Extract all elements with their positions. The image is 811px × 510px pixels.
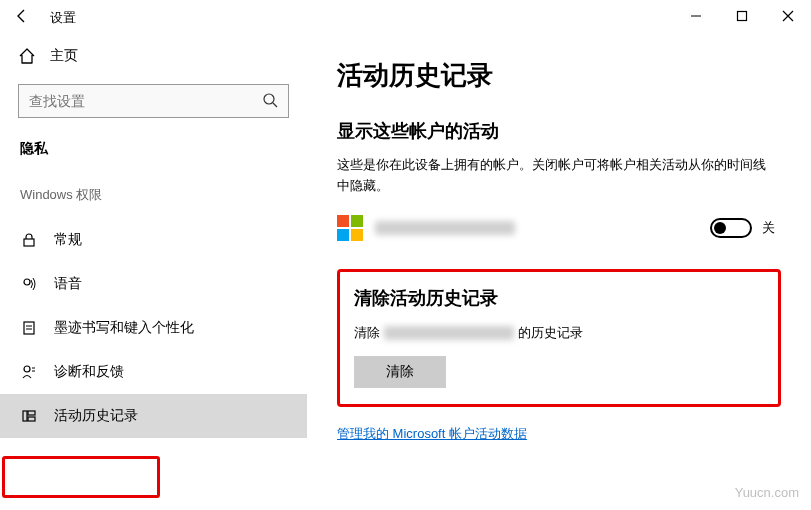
svg-point-9 [24,366,30,372]
page-title: 活动历史记录 [337,58,781,93]
home-label: 主页 [50,47,78,65]
speech-icon [20,275,38,293]
svg-rect-11 [28,411,35,415]
sidebar-group: Windows 权限 [20,186,307,204]
svg-rect-10 [23,411,27,421]
home-icon [18,47,36,65]
search-icon [262,92,278,111]
sidebar-item-label: 常规 [54,231,82,249]
feedback-icon [20,363,38,381]
sidebar-item-speech[interactable]: 语音 [0,262,307,306]
account-name-redacted [375,221,515,235]
sidebar-item-activity-history[interactable]: 活动历史记录 [0,394,307,438]
sidebar-item-label: 活动历史记录 [54,407,138,425]
sidebar-item-diagnostics[interactable]: 诊断和反馈 [0,350,307,394]
microsoft-logo-icon [337,215,363,241]
svg-point-5 [24,279,30,285]
highlight-annotation [2,456,160,498]
clipboard-icon [20,319,38,337]
close-button[interactable] [765,0,811,32]
svg-line-3 [273,103,277,107]
svg-rect-1 [738,12,747,21]
clear-heading: 清除活动历史记录 [354,286,764,310]
lock-icon [20,231,38,249]
clear-button[interactable]: 清除 [354,356,446,388]
watermark: Yuucn.com [735,485,799,500]
toggle-state-label: 关 [762,219,775,237]
sidebar-item-general[interactable]: 常规 [0,218,307,262]
svg-rect-12 [28,417,35,421]
home-nav[interactable]: 主页 [0,36,307,76]
back-button[interactable] [14,8,40,28]
accounts-description: 这些是你在此设备上拥有的帐户。关闭帐户可将帐户相关活动从你的时间线中隐藏。 [337,155,767,197]
clear-history-section: 清除活动历史记录 清除 的历史记录 清除 [337,269,781,407]
search-input[interactable] [29,93,259,109]
search-box[interactable] [18,84,289,118]
account-activity-toggle[interactable] [710,218,752,238]
sidebar-section: 隐私 [20,140,307,158]
sidebar-item-label: 诊断和反馈 [54,363,124,381]
clear-suffix: 的历史记录 [518,324,583,342]
sidebar-item-label: 墨迹书写和键入个性化 [54,319,194,337]
clear-account-redacted [384,326,514,340]
account-row: 关 [337,215,781,241]
manage-account-link[interactable]: 管理我的 Microsoft 帐户活动数据 [337,425,527,443]
svg-rect-4 [24,239,34,246]
accounts-heading: 显示这些帐户的活动 [337,119,781,143]
svg-point-2 [264,94,274,104]
maximize-button[interactable] [719,0,765,32]
sidebar-item-inking[interactable]: 墨迹书写和键入个性化 [0,306,307,350]
sidebar: 主页 隐私 Windows 权限 常规 [0,36,307,510]
content-area: 活动历史记录 显示这些帐户的活动 这些是你在此设备上拥有的帐户。关闭帐户可将帐户… [307,36,811,510]
activity-history-icon [20,407,38,425]
window-title: 设置 [50,9,76,27]
clear-prefix: 清除 [354,324,380,342]
minimize-button[interactable] [673,0,719,32]
sidebar-item-label: 语音 [54,275,82,293]
svg-rect-6 [24,322,34,334]
